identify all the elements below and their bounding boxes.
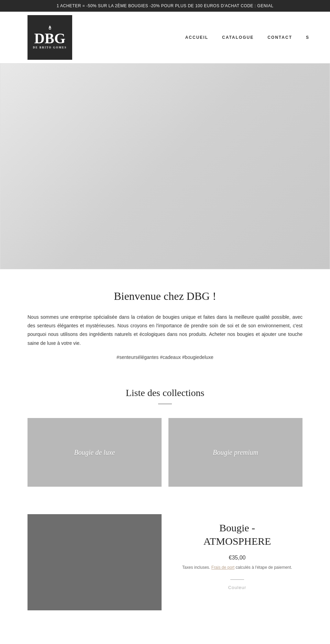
welcome-tags: #senteursélégantes #cadeaux #bougiedelux… xyxy=(28,354,302,360)
collection-label-luxe: Bougie de luxe xyxy=(74,448,115,456)
navigation: ACCUEIL CATALOGUE CONTACT S xyxy=(185,35,309,40)
collections-title: Liste des collections xyxy=(28,387,302,398)
nav-catalogue[interactable]: CATALOGUE xyxy=(222,35,254,40)
collections-divider xyxy=(158,404,172,404)
collection-card-premium[interactable]: Bougie premium xyxy=(168,418,302,487)
hero-background xyxy=(0,64,330,269)
collection-card-luxe[interactable]: Bougie de luxe xyxy=(28,418,162,487)
nav-s[interactable]: S xyxy=(306,35,309,40)
welcome-paragraph: Nous sommes une entreprise spécialisée d… xyxy=(28,313,302,348)
product-info: Bougie -ATMOSPHERE €35,00 Taxes incluses… xyxy=(168,514,302,610)
nav-accueil[interactable]: ACCUEIL xyxy=(185,35,208,40)
welcome-title: Bienvenue chez DBG ! xyxy=(28,290,302,303)
logo-subtitle: DE BRITO GOMES xyxy=(33,46,67,49)
product-image xyxy=(28,514,162,610)
logo-flame-icon: 🕯 xyxy=(33,26,67,31)
nav-contact[interactable]: CONTACT xyxy=(267,35,292,40)
collections-grid: Bougie de luxe Bougie premium xyxy=(28,418,302,487)
product-tax-info: Taxes incluses. Frais de port calculés à… xyxy=(182,564,292,571)
logo-text: 🕯 DBG DE BRITO GOMES xyxy=(33,26,67,49)
welcome-section: Bienvenue chez DBG ! Nous sommes une ent… xyxy=(0,269,330,374)
header: 🕯 DBG DE BRITO GOMES ACCUEIL CATALOGUE C… xyxy=(0,12,330,63)
logo-brand: DBG xyxy=(33,31,67,46)
product-price: €35,00 xyxy=(229,555,246,561)
frais-de-port-link[interactable]: Frais de port xyxy=(211,565,234,570)
collections-section: Liste des collections Bougie de luxe Bou… xyxy=(0,374,330,514)
product-divider xyxy=(230,579,244,580)
product-title: Bougie -ATMOSPHERE xyxy=(204,521,271,548)
product-section: Bougie -ATMOSPHERE €35,00 Taxes incluses… xyxy=(0,514,330,624)
logo[interactable]: 🕯 DBG DE BRITO GOMES xyxy=(28,15,72,60)
tax-info-after: calculés à l'étape de paiement. xyxy=(236,565,292,570)
tax-info-before: Taxes incluses. xyxy=(182,565,210,570)
announcement-bar: 1 ACHETER = -50% SUR LA 2ÈME BOUGIES -20… xyxy=(0,0,330,12)
announcement-text: 1 ACHETER = -50% SUR LA 2ÈME BOUGIES -20… xyxy=(57,3,274,8)
product-color-label: Couleur xyxy=(228,585,246,590)
collection-label-premium: Bougie premium xyxy=(213,448,258,456)
hero-image xyxy=(0,63,330,269)
